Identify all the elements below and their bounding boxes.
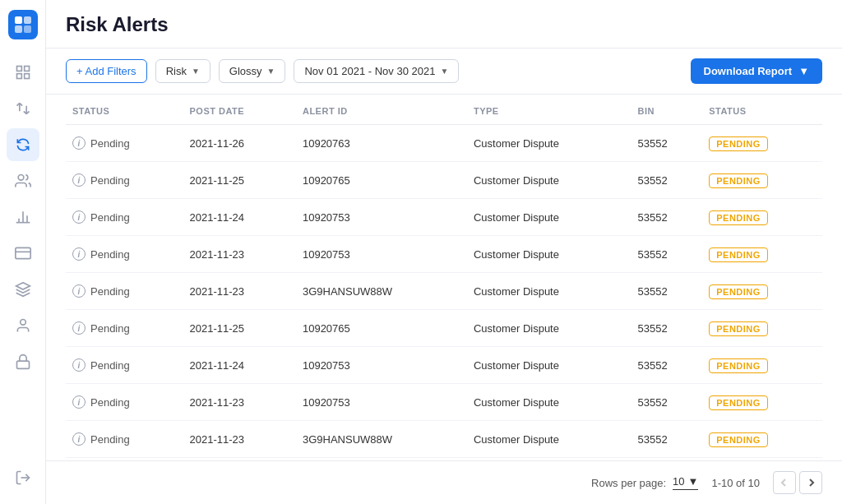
- status-text-0: Pending: [90, 137, 130, 150]
- cell-alert-id-2: 10920753: [296, 199, 467, 236]
- info-icon-7: i: [72, 395, 86, 409]
- cell-bin-3: 53552: [632, 236, 703, 273]
- cell-status-1: i Pending: [66, 162, 183, 199]
- status-text-6: Pending: [90, 359, 130, 372]
- svg-rect-4: [16, 67, 21, 72]
- cell-bin-0: 53552: [632, 125, 703, 162]
- download-report-label: Download Report: [704, 65, 793, 77]
- cell-bin-1: 53552: [632, 162, 703, 199]
- col-header-status-badge: STATUS: [702, 95, 822, 125]
- prev-page-button[interactable]: [773, 471, 796, 494]
- cell-alert-id-5: 10920765: [296, 310, 467, 347]
- next-page-button[interactable]: [799, 471, 822, 494]
- cell-badge-1: PENDING: [702, 162, 822, 199]
- status-text-5: Pending: [90, 322, 130, 335]
- table-row[interactable]: i Pending 2021-11-25 10920765 Customer D…: [66, 310, 822, 347]
- risk-filter-dropdown[interactable]: Risk ▼: [155, 59, 210, 83]
- table-row[interactable]: i Pending 2021-11-23 10920753 Customer D…: [66, 384, 822, 421]
- pagination-bar: Rows per page: 10 ▼ 1-10 of 10: [46, 460, 842, 504]
- download-chevron-icon: ▼: [798, 65, 809, 77]
- info-icon-8: i: [72, 432, 86, 446]
- cell-type-2: Customer Dispute: [467, 199, 632, 236]
- cell-bin-5: 53552: [632, 310, 703, 347]
- cell-bin-7: 53552: [632, 384, 703, 421]
- cell-badge-7: PENDING: [702, 384, 822, 421]
- svg-point-16: [20, 320, 25, 326]
- cell-type-4: Customer Dispute: [467, 273, 632, 310]
- pending-badge-4: PENDING: [709, 284, 768, 299]
- cell-post-date-0: 2021-11-26: [183, 125, 296, 162]
- page-header: Risk Alerts: [46, 0, 842, 49]
- table-row[interactable]: i Pending 2021-11-26 10920763 Customer D…: [66, 125, 822, 162]
- pending-badge-0: PENDING: [709, 136, 768, 151]
- rows-per-page-label: Rows per page:: [591, 477, 666, 489]
- date-filter-dropdown[interactable]: Nov 01 2021 - Nov 30 2021 ▼: [294, 59, 459, 83]
- table-row[interactable]: i Pending 2021-11-24 10920753 Customer D…: [66, 347, 822, 384]
- pending-badge-6: PENDING: [709, 358, 768, 373]
- table-row[interactable]: i Pending 2021-11-25 10920765 Customer D…: [66, 162, 822, 199]
- add-filters-button[interactable]: + Add Filters: [66, 59, 147, 83]
- cell-type-0: Customer Dispute: [467, 125, 632, 162]
- svg-rect-6: [16, 74, 21, 79]
- table-row[interactable]: i Pending 2021-11-23 3G9HANSUW88W Custom…: [66, 421, 822, 458]
- sidebar-item-risk-alerts[interactable]: [7, 128, 39, 161]
- cell-badge-4: PENDING: [702, 273, 822, 310]
- cell-status-0: i Pending: [66, 125, 183, 162]
- status-text-8: Pending: [90, 433, 130, 446]
- sidebar-item-grid[interactable]: [7, 56, 39, 89]
- main-content: Risk Alerts + Add Filters Risk ▼ Glossy …: [46, 0, 842, 504]
- pending-badge-7: PENDING: [709, 395, 768, 410]
- cell-status-6: i Pending: [66, 347, 183, 384]
- rows-per-page-value: 10: [673, 475, 684, 488]
- table-row[interactable]: i Pending 2021-11-23 3G9HANSUW88W Custom…: [66, 273, 822, 310]
- cell-status-7: i Pending: [66, 384, 183, 421]
- col-header-bin: BIN: [632, 95, 703, 125]
- page-range: 1-10 of 10: [711, 477, 760, 489]
- cell-badge-0: PENDING: [702, 125, 822, 162]
- sidebar-item-chart[interactable]: [7, 201, 39, 234]
- status-text-1: Pending: [90, 174, 130, 187]
- cell-badge-8: PENDING: [702, 421, 822, 458]
- cell-alert-id-3: 10920753: [296, 236, 467, 273]
- table-row[interactable]: i Pending 2021-11-23 10920753 Customer D…: [66, 236, 822, 273]
- svg-rect-3: [24, 25, 31, 33]
- svg-rect-7: [24, 74, 29, 79]
- cell-badge-6: PENDING: [702, 347, 822, 384]
- sidebar: [0, 0, 46, 504]
- cell-post-date-6: 2021-11-24: [183, 347, 296, 384]
- cell-type-6: Customer Dispute: [467, 347, 632, 384]
- col-header-alert-id: ALERT ID: [296, 95, 467, 125]
- sidebar-item-transfer[interactable]: [7, 92, 39, 125]
- filters-bar: + Add Filters Risk ▼ Glossy ▼ Nov 01 202…: [46, 49, 842, 95]
- app-logo: [8, 10, 38, 39]
- cell-alert-id-0: 10920763: [296, 125, 467, 162]
- sidebar-item-person[interactable]: [7, 309, 39, 342]
- svg-rect-13: [15, 247, 30, 258]
- col-header-post-date: POST DATE: [183, 95, 296, 125]
- status-text-3: Pending: [90, 248, 130, 261]
- page-title: Risk Alerts: [66, 13, 822, 36]
- sidebar-item-users[interactable]: [7, 164, 39, 197]
- download-report-button[interactable]: Download Report ▼: [691, 58, 822, 84]
- risk-filter-value: Risk: [166, 65, 187, 77]
- status-text-2: Pending: [90, 211, 130, 224]
- pending-badge-5: PENDING: [709, 321, 768, 336]
- pending-badge-2: PENDING: [709, 210, 768, 225]
- cell-bin-8: 53552: [632, 421, 703, 458]
- cell-type-7: Customer Dispute: [467, 384, 632, 421]
- svg-rect-5: [24, 67, 29, 72]
- cell-post-date-4: 2021-11-23: [183, 273, 296, 310]
- cell-alert-id-4: 3G9HANSUW88W: [296, 273, 467, 310]
- table-row[interactable]: i Pending 2021-11-24 10920753 Customer D…: [66, 199, 822, 236]
- sidebar-item-logout[interactable]: [7, 461, 39, 494]
- rows-per-page-dropdown[interactable]: 10 ▼: [673, 475, 698, 490]
- glossy-filter-dropdown[interactable]: Glossy ▼: [219, 59, 286, 83]
- cell-alert-id-6: 10920753: [296, 347, 467, 384]
- info-icon-6: i: [72, 358, 86, 372]
- cell-type-8: Customer Dispute: [467, 421, 632, 458]
- sidebar-item-card[interactable]: [7, 237, 39, 270]
- cell-badge-2: PENDING: [702, 199, 822, 236]
- sidebar-item-layers[interactable]: [7, 273, 39, 306]
- sidebar-item-lock[interactable]: [7, 345, 39, 378]
- info-icon-0: i: [72, 136, 86, 150]
